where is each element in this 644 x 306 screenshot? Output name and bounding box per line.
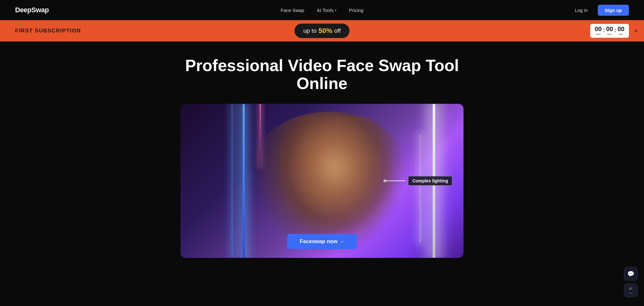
banner-text: FIRST SUBSCRIPTION [15, 28, 81, 34]
chat-widget-2[interactable]: 📱 [624, 283, 638, 297]
countdown-seconds: 00 Sec [606, 26, 613, 36]
cl-dot-icon [384, 180, 386, 182]
countdown-sep-1: : [603, 27, 605, 34]
mobile-icon: 📱 [627, 287, 634, 294]
promo-banner: FIRST SUBSCRIPTION up to 50% off 00 Min … [0, 20, 644, 42]
cl-connector [384, 180, 405, 182]
chat-icon: 💬 [627, 270, 634, 277]
logo[interactable]: DeepSwap [15, 6, 49, 14]
cta-container: Faceswap now → [287, 234, 357, 249]
complex-lighting-overlay: Complex lighting [384, 176, 452, 186]
banner-discount[interactable]: up to 50% off [294, 24, 349, 38]
discount-up: up to [303, 27, 316, 34]
neon-light-left-2 [231, 104, 233, 258]
countdown-sep-2: : [614, 27, 616, 34]
nav-item-aitools[interactable]: AI Tools ▾ [317, 8, 336, 13]
countdown-minutes: 00 Min [595, 26, 602, 36]
navbar-actions: Log in Sign up [570, 5, 629, 16]
complex-lighting-badge: Complex lighting [408, 176, 452, 186]
discount-amount: 50% [319, 27, 332, 35]
hero-title: Professional Video Face Swap Tool Online [180, 57, 464, 92]
countdown-ms: 00 MS [618, 26, 625, 36]
video-container: Complex lighting Faceswap now → [180, 104, 464, 258]
countdown-timer: 00 Min : 00 Sec : 00 MS [590, 24, 629, 38]
neon-light-left [243, 104, 245, 258]
neon-light-right-2 [419, 135, 421, 242]
nav-item-pricing[interactable]: Pricing [349, 8, 364, 13]
chat-widget-1[interactable]: 💬 [624, 267, 638, 281]
video-placeholder: Complex lighting Faceswap now → [180, 104, 464, 258]
nav-menu: Face Swap AI Tools ▾ Pricing [281, 8, 364, 13]
cl-line-horiz [386, 181, 405, 181]
hero-section: Professional Video Face Swap Tool Online… [0, 42, 644, 258]
banner-right: 00 Min : 00 Sec : 00 MS [590, 24, 629, 38]
close-banner-button[interactable]: × [634, 28, 638, 34]
navbar: DeepSwap Face Swap AI Tools ▾ Pricing Lo… [0, 0, 644, 20]
nav-item-faceswap[interactable]: Face Swap [281, 8, 304, 13]
faceswap-now-button[interactable]: Faceswap now → [287, 234, 357, 249]
face-glow [280, 116, 393, 232]
discount-off: off [334, 27, 341, 34]
signup-button[interactable]: Sign up [598, 5, 629, 16]
chevron-down-icon: ▾ [335, 8, 336, 12]
login-button[interactable]: Log in [570, 5, 593, 15]
